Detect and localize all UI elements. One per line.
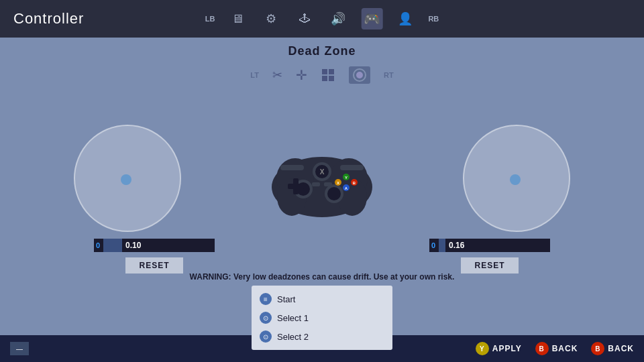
svg-text:X: X [320, 168, 325, 176]
popup-menu: ≡ Start ⊙ Select 1 ⊙ Select 2 [252, 286, 392, 350]
deadzone-circle-icon[interactable] [349, 66, 370, 84]
right-joystick-circle[interactable] [463, 125, 570, 232]
page-title: Controller [13, 10, 84, 27]
main-content: Dead Zone LT ✂ ✛ RT [0, 38, 644, 335]
svg-rect-31 [324, 182, 332, 186]
y-button-icon: Y [476, 342, 489, 355]
left-slider-group: 0 0.10 RESET [94, 239, 215, 274]
back-button-1[interactable]: B BACK [535, 342, 578, 355]
right-slider-track[interactable]: 0 0.16 [429, 239, 550, 252]
svg-rect-2 [322, 76, 327, 81]
svg-text:Y: Y [345, 176, 347, 180]
popup-select2[interactable]: ⊙ Select 2 [252, 327, 392, 346]
left-slider-value: 0.10 [125, 241, 141, 250]
right-slider-prefix: 0 [431, 241, 435, 249]
rt-label: RT [384, 71, 394, 79]
left-slider-fill [103, 239, 122, 252]
apply-button[interactable]: Y APPLY [476, 342, 522, 355]
controller-image: X Y B A X [255, 131, 389, 225]
left-joystick-circle[interactable] [74, 125, 181, 232]
left-slider-prefix: 0 [96, 241, 100, 249]
svg-rect-0 [322, 69, 327, 74]
minus-label: — [16, 345, 23, 353]
select2-icon: ⊙ [260, 330, 272, 343]
right-slider-group: 0 0.16 RESET [429, 239, 550, 274]
right-joystick-dot [510, 174, 521, 185]
gear-icon[interactable]: ⚙ [260, 8, 282, 29]
right-slider-fill [439, 239, 445, 252]
svg-rect-1 [329, 69, 334, 74]
svg-rect-29 [340, 165, 364, 170]
svg-text:X: X [337, 181, 339, 185]
left-reset-button[interactable]: RESET [125, 257, 182, 274]
move-icon[interactable]: ✛ [296, 67, 307, 83]
grid-icon[interactable] [321, 68, 335, 82]
section-title: Dead Zone [0, 44, 644, 58]
svg-text:B: B [353, 181, 356, 185]
profile-icon[interactable]: 👤 [394, 8, 416, 29]
svg-point-5 [356, 72, 363, 78]
svg-point-17 [327, 187, 341, 200]
bottom-left: — [10, 342, 29, 355]
lb-label: LB [205, 8, 215, 29]
minus-button[interactable]: — [10, 342, 29, 355]
bottom-right: Y APPLY B BACK B BACK [476, 342, 634, 355]
b-button-icon-1: B [535, 342, 549, 355]
gamepad-active-icon[interactable]: 🎮 [361, 8, 382, 29]
apply-label: APPLY [492, 344, 522, 353]
select1-icon: ⊙ [260, 312, 272, 324]
monitor-icon[interactable]: 🖥 [227, 8, 248, 29]
svg-rect-28 [280, 165, 304, 170]
nav-icons: LB 🖥 ⚙ 🕹 🔊 🎮 👤 RB [205, 8, 439, 29]
back-label-2: BACK [608, 344, 634, 353]
popup-select1-label: Select 1 [277, 313, 309, 323]
rb-label: RB [428, 8, 439, 29]
start-icon: ≡ [260, 293, 272, 305]
top-bar: Controller LB 🖥 ⚙ 🕹 🔊 🎮 👤 RB [0, 0, 644, 38]
svg-text:A: A [345, 186, 348, 190]
lt-label[interactable]: LT [250, 71, 259, 79]
tab-row: LT ✂ ✛ RT [0, 66, 644, 84]
controller-settings-icon[interactable]: 🕹 [294, 8, 315, 29]
popup-start[interactable]: ≡ Start [252, 290, 392, 308]
back-label-1: BACK [552, 344, 578, 353]
b-button-icon-2: B [591, 342, 604, 355]
warning-text: WARNING: Very low deadzones can cause dr… [0, 272, 644, 282]
sound-icon[interactable]: 🔊 [327, 8, 349, 29]
popup-start-label: Start [277, 294, 295, 304]
svg-rect-30 [312, 182, 320, 186]
scissors-icon[interactable]: ✂ [272, 68, 282, 82]
left-slider-track[interactable]: 0 0.10 [94, 239, 215, 252]
popup-select1[interactable]: ⊙ Select 1 [252, 308, 392, 327]
popup-select2-label: Select 2 [277, 332, 309, 342]
svg-rect-3 [329, 76, 334, 81]
svg-rect-19 [288, 184, 304, 189]
right-slider-value: 0.16 [449, 241, 464, 250]
left-joystick-dot [121, 174, 131, 185]
back-button-2[interactable]: B BACK [591, 342, 634, 355]
right-reset-button[interactable]: RESET [461, 257, 518, 274]
